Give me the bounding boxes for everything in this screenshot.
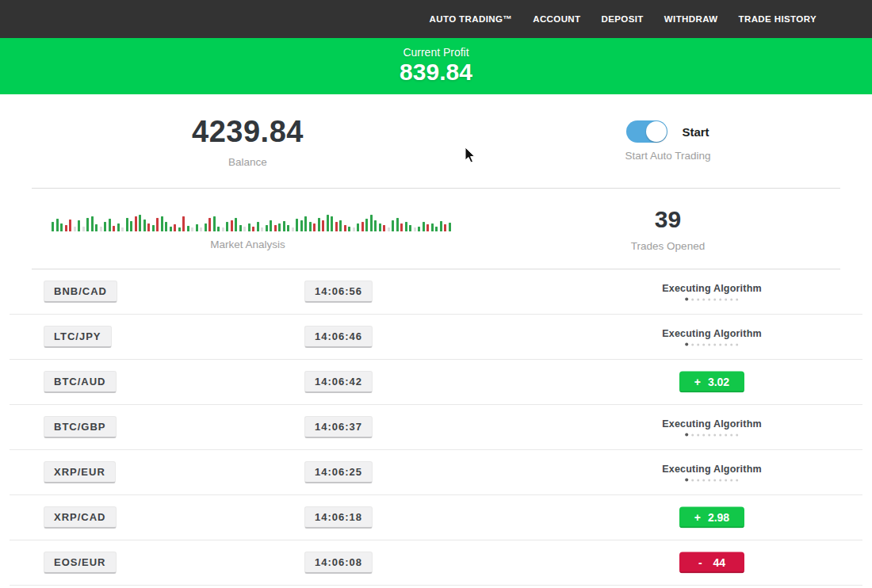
market-analysis-label: Market Analysis [210,239,285,250]
trade-row: XRP/EUR 14:06:25 Executing Algorithm [10,450,862,495]
chart-bar [309,222,312,231]
trades-list: BNB/CAD 14:06:56 Executing Algorithm LTC… [0,269,872,586]
chart-bar [100,227,102,231]
nav-item-trade-history[interactable]: TRADE HISTORY [739,14,817,24]
progress-dot [708,479,710,481]
result-sign: + [694,510,701,523]
chart-bar [95,224,98,231]
nav-item-account[interactable]: ACCOUNT [533,14,580,24]
progress-dots [662,479,762,482]
chart-bar [379,223,381,231]
progress-dot [685,433,688,437]
chart-bar [335,222,338,231]
chart-bar [121,227,124,231]
result-sign: + [694,375,701,388]
profit-banner: Current Profit 839.84 [0,38,872,94]
chart-bar [156,218,159,231]
chart-bar [239,225,242,231]
chart-bar [52,222,54,231]
chart-bar [86,218,89,231]
chart-bar [331,216,333,231]
chart-bar [74,227,76,231]
chart-bar [130,221,132,231]
progress-dot [719,343,721,346]
progress-dot [730,343,732,346]
toggle-knob [646,121,667,142]
chart-bar [274,225,277,231]
chart-bar [287,225,289,231]
progress-dot [736,479,738,481]
chart-bar [65,225,67,231]
progress-dot [685,343,688,346]
chart-bar [226,222,228,231]
chart-bar [139,215,141,231]
pair-chip: BTC/AUD [44,371,117,393]
progress-dot [691,479,694,481]
executing-label: Executing Algorithm [662,418,762,430]
chart-bar [426,224,429,231]
chart-bar [388,227,390,231]
chart-bar [357,223,359,231]
chart-bar [374,220,377,231]
chart-bar [449,223,451,231]
chart-bar [109,219,111,231]
chart-bar [270,220,272,231]
chart-bar [60,223,63,231]
chart-bar [248,223,251,231]
chart-bar [339,220,342,231]
nav-item-withdraw[interactable]: WITHDRAW [664,14,718,24]
progress-dot [725,343,727,346]
progress-dot [691,433,694,436]
nav-item-auto-trading[interactable]: AUTO TRADING™ [430,14,513,24]
auto-trading-block: Start Start Auto Trading [464,94,872,188]
chart-bar [187,226,189,231]
top-navbar: AUTO TRADING™ACCOUNTDEPOSITWITHDRAWTRADE… [0,0,872,38]
trade-status: +3.02 [679,372,744,393]
chart-bar [365,219,368,231]
trade-status: -44 [679,552,744,574]
time-chip: 14:06:08 [304,552,373,574]
progress-dot [719,298,721,300]
progress-dot [708,433,710,436]
chart-bar [313,223,316,231]
result-sign: - [698,556,702,568]
toggle-sublabel: Start Auto Trading [625,150,710,162]
market-section: Market Analysis 39 Trades Opened [0,189,872,269]
chart-bar [304,216,307,231]
trade-row: BNB/CAD 14:06:56 Executing Algorithm [10,269,862,315]
pair-chip: BNB/CAD [44,281,117,303]
chart-bar [200,227,202,231]
chart-bar [126,218,128,231]
chart-bar [117,223,120,231]
chart-bar [235,218,237,231]
market-analysis-chart [52,207,456,231]
progress-dot [697,298,699,300]
progress-dot [685,298,688,301]
chart-bar [353,227,355,231]
progress-dot [702,433,705,436]
profit-label: Current Profit [0,46,872,59]
balance-label: Balance [228,156,267,168]
profit-badge: +2.98 [679,507,744,529]
chart-bar [344,225,346,231]
chart-bar [174,224,176,231]
time-chip: 14:06:42 [304,371,373,393]
chart-bar [414,227,416,231]
profit-value: 839.84 [0,59,872,86]
chart-bar [170,227,172,231]
auto-trading-toggle[interactable] [626,120,667,143]
trades-opened-value: 39 [655,206,681,233]
chart-bar [178,227,181,231]
trades-opened-block: 39 Trades Opened [464,189,872,269]
chart-bar [231,220,233,231]
chart-bar [440,221,442,231]
chart-bar [431,223,434,231]
trades-opened-label: Trades Opened [631,240,705,252]
trade-status: Executing Algorithm [662,283,762,301]
result-value: 3.02 [708,375,729,388]
nav-item-deposit[interactable]: DEPOSIT [602,14,644,24]
progress-dot [708,298,710,300]
chart-bar [327,215,329,231]
trade-row: EOS/EUR 14:06:08 -44 [10,540,862,586]
pair-chip: XRP/CAD [44,506,117,529]
